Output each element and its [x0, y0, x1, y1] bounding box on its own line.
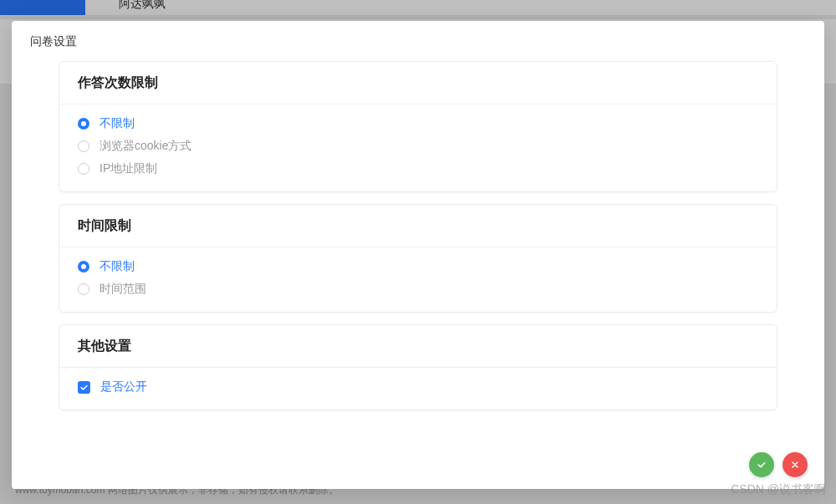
cancel-button[interactable]	[782, 452, 808, 477]
radio-icon	[78, 118, 89, 130]
answer-limit-body: 不限制 浏览器cookie方式 IP地址限制	[59, 104, 777, 191]
other-settings-card: 其他设置 是否公开	[59, 324, 777, 410]
radio-time-unlimited[interactable]: 不限制	[78, 259, 758, 274]
radio-label: 时间范围	[99, 282, 146, 297]
watermark: CSDN @说书客啊	[731, 482, 826, 497]
radio-label: 浏览器cookie方式	[99, 139, 191, 154]
radio-icon	[78, 261, 89, 272]
radio-icon	[78, 140, 89, 152]
radio-label: 不限制	[99, 259, 135, 274]
radio-ip[interactable]: IP地址限制	[78, 161, 758, 176]
answer-limit-card: 作答次数限制 不限制 浏览器cookie方式 IP地址限制	[59, 61, 777, 192]
modal-title: 问卷设置	[12, 21, 824, 61]
check-icon	[79, 383, 89, 392]
time-limit-body: 不限制 时间范围	[59, 247, 777, 312]
modal-footer	[12, 442, 824, 489]
radio-label: 不限制	[99, 116, 135, 131]
modal-body: 作答次数限制 不限制 浏览器cookie方式 IP地址限制 时间限制	[12, 61, 824, 442]
time-limit-card: 时间限制 不限制 时间范围	[59, 204, 777, 313]
radio-label: IP地址限制	[99, 161, 157, 176]
close-icon	[790, 460, 800, 470]
radio-icon	[78, 163, 89, 175]
other-settings-body: 是否公开	[59, 368, 777, 410]
radio-cookie[interactable]: 浏览器cookie方式	[78, 139, 758, 154]
settings-modal: 问卷设置 作答次数限制 不限制 浏览器cookie方式 IP地址限制	[12, 21, 824, 489]
radio-unlimited[interactable]: 不限制	[78, 116, 758, 131]
radio-time-range[interactable]: 时间范围	[78, 282, 758, 297]
checkbox-icon	[78, 381, 90, 394]
confirm-button[interactable]	[749, 452, 774, 477]
other-settings-title: 其他设置	[59, 325, 777, 368]
checkbox-label: 是否公开	[100, 379, 147, 395]
time-limit-title: 时间限制	[59, 205, 777, 247]
check-icon	[757, 460, 767, 470]
checkbox-public[interactable]: 是否公开	[78, 379, 758, 395]
radio-icon	[78, 283, 89, 295]
answer-limit-title: 作答次数限制	[59, 62, 777, 104]
